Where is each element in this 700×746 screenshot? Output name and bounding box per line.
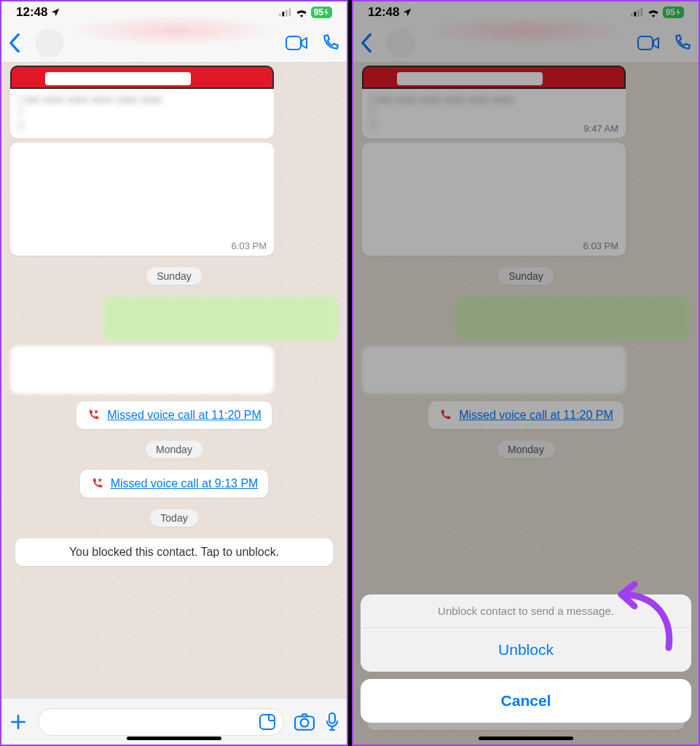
- cellular-icon: [279, 8, 292, 17]
- home-indicator: [479, 737, 573, 740]
- message-bubble-received[interactable]: 6:03 PM: [10, 143, 274, 256]
- contact-avatar[interactable]: [35, 28, 64, 58]
- sheet-title: Unblock contact to send a message.: [361, 594, 691, 628]
- status-bar: 12:48 95: [1, 1, 347, 23]
- camera-button[interactable]: [294, 713, 315, 731]
- screenshot-right: 12:48 95: [352, 0, 700, 746]
- missed-call-icon: [90, 477, 103, 490]
- status-time: 12:48: [16, 5, 47, 20]
- message-time: 6:03 PM: [232, 240, 267, 251]
- cancel-button[interactable]: Cancel: [361, 679, 691, 723]
- date-separator: Monday: [146, 441, 202, 458]
- missed-call-link[interactable]: Missed voice call at 9:13 PM: [111, 477, 259, 490]
- back-button[interactable]: [9, 34, 31, 52]
- video-call-button[interactable]: [286, 35, 307, 51]
- message-input[interactable]: [38, 708, 284, 736]
- svg-rect-3: [288, 9, 291, 17]
- missed-call-icon: [87, 409, 100, 422]
- svg-rect-2: [286, 9, 288, 16]
- message-bubble-received[interactable]: D■■ ■■■ ■■■ ■■■ ■■■ ■■■PB: [10, 66, 274, 138]
- wifi-icon: [295, 7, 308, 17]
- blocked-banner[interactable]: You blocked this contact. Tap to unblock…: [15, 538, 333, 566]
- home-indicator: [127, 737, 221, 740]
- chat-scroll[interactable]: D■■ ■■■ ■■■ ■■■ ■■■ ■■■PB 6:03 PM Sunday…: [1, 63, 347, 698]
- voice-call-button[interactable]: [320, 34, 339, 52]
- date-separator: Sunday: [146, 267, 201, 285]
- location-icon: [50, 7, 60, 17]
- message-bubble-received[interactable]: [10, 346, 274, 394]
- missed-call-pill[interactable]: Missed voice call at 9:13 PM: [80, 470, 269, 498]
- date-separator: Today: [150, 509, 197, 527]
- sticker-button[interactable]: [259, 713, 276, 731]
- message-bubble-sent[interactable]: [103, 297, 338, 340]
- svg-rect-5: [260, 715, 275, 729]
- svg-rect-8: [329, 713, 335, 723]
- battery-icon: 95: [311, 7, 332, 18]
- unblock-button[interactable]: Unblock: [361, 628, 691, 672]
- contact-name[interactable]: [71, 36, 272, 50]
- svg-rect-0: [279, 14, 281, 17]
- chat-header: [1, 23, 347, 63]
- attach-button[interactable]: [9, 712, 28, 731]
- mic-button[interactable]: [325, 712, 339, 731]
- screenshot-left: 12:48 95: [0, 0, 348, 746]
- missed-call-pill[interactable]: Missed voice call at 11:20 PM: [76, 401, 272, 429]
- svg-point-7: [301, 718, 309, 726]
- action-sheet: Unblock contact to send a message. Unblo…: [361, 594, 691, 736]
- missed-call-link[interactable]: Missed voice call at 11:20 PM: [107, 409, 261, 422]
- svg-rect-4: [286, 36, 301, 50]
- svg-rect-1: [282, 12, 284, 16]
